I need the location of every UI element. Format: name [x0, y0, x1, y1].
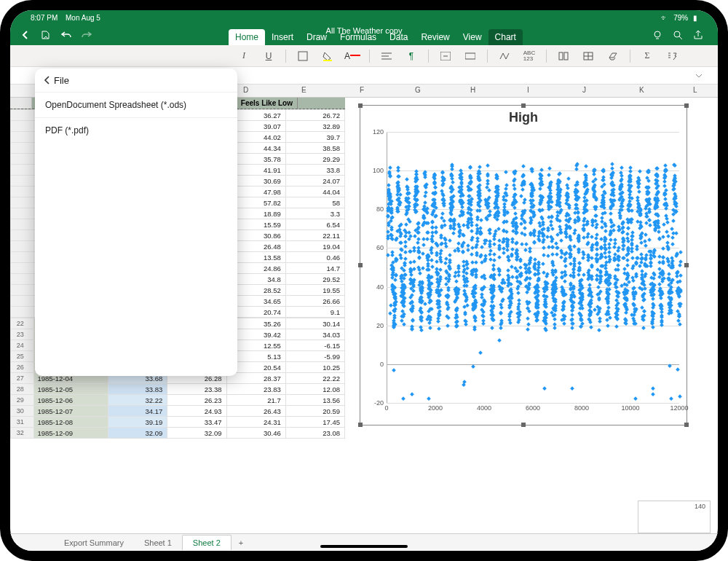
separator [285, 50, 286, 63]
ribbon-tabs: Home Insert Draw Formulas Data Review Vi… [229, 29, 523, 45]
file-menu-button[interactable] [38, 27, 54, 43]
lightbulb-icon[interactable] [649, 27, 665, 43]
chevron-left-icon [42, 75, 52, 85]
add-sheet-button[interactable]: + [232, 536, 250, 550]
font-color-button[interactable]: A [344, 48, 360, 64]
chart-title[interactable]: High [360, 110, 687, 125]
undo-button[interactable] [58, 27, 74, 43]
screen: 8:07 PM Mon Aug 5 ᯤ 79% ▮ All The Weathe… [10, 10, 718, 551]
separator [630, 50, 630, 63]
underline-button[interactable]: U [261, 48, 277, 64]
svg-point-0 [654, 31, 660, 37]
export-menu-popover: File OpenDocument Spreadsheet (*.ods) PD… [35, 68, 237, 376]
plot-area[interactable]: -20020406080100120 020004000600080001000… [387, 132, 679, 403]
tab-home[interactable]: Home [229, 29, 265, 45]
resize-handle[interactable] [358, 423, 363, 427]
popover-back-button[interactable]: File [35, 68, 237, 92]
italic-button[interactable]: I [236, 48, 252, 64]
wifi-icon: ᯤ [661, 14, 668, 22]
tab-draw[interactable]: Draw [300, 29, 333, 45]
autosum-button[interactable]: Σ [639, 48, 655, 64]
fill-color-button[interactable] [320, 48, 336, 64]
resize-handle[interactable] [358, 103, 363, 108]
number-format-button[interactable] [496, 48, 513, 64]
export-option-ods[interactable]: OpenDocument Spreadsheet (*.ods) [35, 92, 237, 117]
sheet-tab[interactable]: Export Summary [54, 536, 134, 550]
app-header: All The Weather copy Home Insert Draw Fo… [10, 25, 718, 45]
svg-rect-2 [298, 52, 307, 60]
tab-insert[interactable]: Insert [265, 29, 300, 45]
secondary-chart-clip[interactable]: 140 [638, 501, 711, 533]
tab-data[interactable]: Data [383, 29, 414, 45]
status-time: 8:07 PM [31, 14, 58, 22]
export-option-pdf[interactable]: PDF (*.pdf) [35, 117, 237, 143]
resize-handle[interactable] [684, 423, 689, 427]
resize-handle[interactable] [521, 423, 526, 427]
ipad-frame: 8:07 PM Mon Aug 5 ᯤ 79% ▮ All The Weathe… [0, 0, 728, 561]
sort-filter-button[interactable] [664, 48, 680, 64]
resize-handle[interactable] [521, 103, 526, 108]
separator [487, 50, 488, 63]
svg-rect-5 [465, 53, 475, 59]
resize-handle[interactable] [684, 263, 689, 267]
insert-cells-button[interactable] [580, 48, 596, 64]
svg-rect-6 [559, 52, 563, 60]
sheet-tab[interactable]: Sheet 1 [134, 536, 182, 550]
separator [546, 50, 547, 63]
search-icon[interactable] [670, 27, 686, 43]
tab-review[interactable]: Review [414, 29, 456, 45]
redo-button[interactable] [79, 27, 95, 43]
borders-button[interactable] [295, 48, 311, 64]
status-date: Mon Aug 5 [66, 14, 100, 22]
merge-button[interactable] [438, 48, 454, 64]
battery-icon: ▮ [693, 14, 697, 22]
ribbon-toolbar: I U A ¶ ABC123 Σ [10, 45, 718, 67]
share-icon[interactable] [690, 27, 706, 43]
insert-delete-button[interactable] [462, 48, 478, 64]
clear-button[interactable] [605, 48, 621, 64]
svg-point-1 [674, 31, 680, 37]
sheet-tab-bar: Export Summary Sheet 1 Sheet 2 + [10, 533, 718, 551]
resize-handle[interactable] [684, 103, 689, 108]
separator [369, 50, 370, 63]
sheet-tab[interactable]: Sheet 2 [182, 535, 232, 550]
chart-object[interactable]: High -20020406080100120 0200040006000800… [360, 105, 687, 425]
tab-chart[interactable]: Chart [488, 29, 523, 45]
tab-formulas[interactable]: Formulas [333, 29, 383, 45]
svg-rect-7 [564, 52, 568, 60]
abc-format-button[interactable]: ABC123 [521, 48, 537, 64]
tab-view[interactable]: View [456, 29, 488, 45]
home-indicator[interactable] [320, 545, 408, 548]
back-button[interactable] [17, 27, 33, 43]
resize-handle[interactable] [358, 263, 363, 267]
cell-styles-button[interactable] [555, 48, 571, 64]
chevron-down-icon[interactable] [695, 71, 703, 80]
paragraph-button[interactable]: ¶ [403, 48, 419, 64]
svg-rect-3 [323, 60, 332, 61]
status-bar: 8:07 PM Mon Aug 5 ᯤ 79% ▮ [10, 10, 718, 25]
separator [428, 50, 429, 63]
battery-pct: 79% [673, 14, 688, 22]
align-button[interactable] [379, 48, 395, 64]
